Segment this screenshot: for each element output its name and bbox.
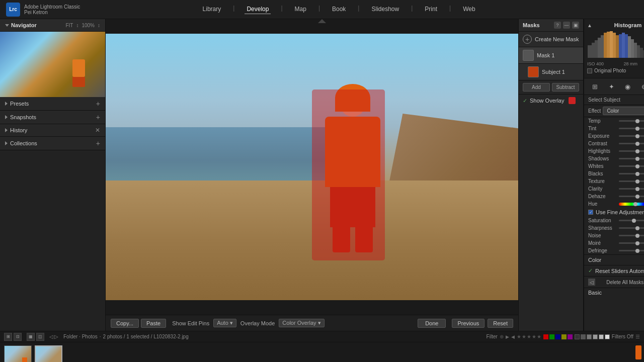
temp-track[interactable] <box>619 120 644 122</box>
hue-track[interactable] <box>619 203 644 206</box>
moire-track[interactable] <box>619 242 644 244</box>
collections-header[interactable]: Collections + <box>0 137 105 150</box>
sharpness-track[interactable] <box>619 227 644 229</box>
create-new-mask-button[interactable]: + Create New Mask <box>519 32 583 47</box>
filmstrip-icon2[interactable]: ◫ <box>36 333 44 341</box>
masking-tool[interactable]: ◉ <box>622 81 633 92</box>
collections-add-icon[interactable]: + <box>96 139 100 147</box>
masks-info-icon[interactable]: ? <box>554 22 561 29</box>
next-photo-icon[interactable]: ▷ <box>54 334 58 339</box>
presets-add-icon[interactable]: + <box>96 100 100 108</box>
history-header[interactable]: History ✕ <box>0 124 105 136</box>
whites-track[interactable] <box>619 165 644 167</box>
tone-icon4[interactable] <box>593 334 598 339</box>
nav-web[interactable]: Web <box>461 5 477 14</box>
sharpness-thumb[interactable] <box>635 226 639 230</box>
texture-thumb[interactable] <box>635 179 639 184</box>
tools-row: ⊞ ✦ ◉ ⊕ ⚙ <box>584 78 644 95</box>
clarity-track[interactable] <box>619 188 644 190</box>
dehaze-thumb[interactable] <box>635 195 639 199</box>
blue-label[interactable] <box>555 334 560 339</box>
nav-develop[interactable]: Develop <box>245 5 271 14</box>
reset-button[interactable]: Reset <box>488 319 513 328</box>
nav-print[interactable]: Print <box>423 5 439 14</box>
noise-track[interactable] <box>619 235 644 236</box>
crop-tool[interactable]: ⊞ <box>589 81 600 92</box>
filmstrip-icon[interactable]: ▦ <box>27 333 35 341</box>
use-fine-adj-checkbox[interactable]: ✓ <box>588 210 593 215</box>
temp-thumb[interactable] <box>635 119 639 123</box>
hue-thumb[interactable] <box>633 202 637 206</box>
masks-minimize-icon[interactable]: — <box>563 22 570 29</box>
red-eye-tool[interactable]: ⊕ <box>639 81 644 92</box>
defringe-track[interactable] <box>619 250 644 251</box>
tint-thumb[interactable] <box>635 127 639 131</box>
previous-button[interactable]: Previous <box>452 319 485 328</box>
add-mask-button[interactable]: Add <box>523 83 550 92</box>
collapse-panel-button[interactable]: ◁ <box>588 279 595 286</box>
done-button[interactable]: Done <box>418 319 446 328</box>
masks-expand-icon[interactable]: ▣ <box>572 22 579 29</box>
defringe-thumb[interactable] <box>635 249 639 253</box>
whites-thumb[interactable] <box>635 164 639 168</box>
exposure-thumb[interactable] <box>635 134 639 138</box>
loupe-view-icon[interactable]: ⊡ <box>14 333 22 341</box>
nav-map[interactable]: Map <box>293 5 308 14</box>
purple-label[interactable] <box>568 334 573 339</box>
contrast-track[interactable] <box>619 143 644 144</box>
tone-icon5[interactable] <box>599 334 604 339</box>
tone-icon1[interactable] <box>575 334 580 339</box>
nav-fit[interactable]: FIT <box>65 23 73 28</box>
shadows-thumb[interactable] <box>635 157 639 161</box>
exposure-track[interactable] <box>619 135 644 137</box>
contrast-thumb[interactable] <box>635 142 639 146</box>
effect-dropdown[interactable]: Color Luminance <box>603 107 644 115</box>
grid-view-icon[interactable]: ⊞ <box>4 333 12 341</box>
saturation-track[interactable] <box>619 220 644 221</box>
clarity-thumb[interactable] <box>635 187 639 191</box>
auto-dropdown[interactable]: Auto ▾ <box>213 319 236 327</box>
yellow-label[interactable] <box>561 334 567 339</box>
tone-icon6[interactable] <box>605 334 610 339</box>
paste-button[interactable]: Paste <box>141 319 166 328</box>
noise-thumb[interactable] <box>635 234 639 238</box>
navigator-thumbnail[interactable] <box>0 32 105 97</box>
copy-button[interactable]: Copy... <box>111 319 139 328</box>
sharpness-label: Sharpness <box>588 225 617 231</box>
snapshots-add-icon[interactable]: + <box>96 113 100 121</box>
filmstrip-thumb-2[interactable] <box>35 345 62 363</box>
overlay-color-indicator[interactable] <box>569 97 576 104</box>
color-overlay-dropdown[interactable]: Color Overlay ▾ <box>279 319 324 327</box>
nav-100[interactable]: 100% <box>82 23 95 28</box>
tone-icon3[interactable] <box>587 334 592 339</box>
nav-library[interactable]: Library <box>201 5 223 14</box>
moire-thumb[interactable] <box>635 241 639 245</box>
red-label[interactable] <box>543 334 548 339</box>
presets-header[interactable]: Presets + <box>0 97 105 110</box>
blacks-track[interactable] <box>619 173 644 174</box>
highlights-track[interactable] <box>619 150 644 152</box>
blacks-thumb[interactable] <box>635 172 639 176</box>
subtract-mask-button[interactable]: Subtract <box>552 83 579 92</box>
dehaze-track[interactable] <box>619 196 644 197</box>
subject-1-item[interactable]: Subject 1 <box>519 64 583 80</box>
green-label[interactable] <box>549 334 554 339</box>
snapshots-header[interactable]: Snapshots + <box>0 111 105 124</box>
original-photo-checkbox[interactable] <box>587 68 592 73</box>
history-close-icon[interactable]: ✕ <box>95 127 100 134</box>
mask-1-item[interactable]: Mask 1 <box>519 47 583 64</box>
nav-slideshow[interactable]: Slideshow <box>369 5 401 14</box>
navigator-collapse-icon[interactable] <box>5 24 9 27</box>
nav-book[interactable]: Book <box>330 5 348 14</box>
highlights-thumb[interactable] <box>635 149 639 153</box>
tone-icon2[interactable] <box>581 334 586 339</box>
heal-tool[interactable]: ✦ <box>606 81 617 92</box>
saturation-thumb[interactable] <box>632 219 636 223</box>
filter-options-icon[interactable]: ☰ <box>635 334 640 339</box>
filmstrip-thumb-1[interactable] <box>4 345 32 363</box>
texture-track[interactable] <box>619 180 644 182</box>
shadows-track[interactable] <box>619 158 644 159</box>
tint-track[interactable] <box>619 128 644 129</box>
prev-photo-icon[interactable]: ◁ <box>49 334 53 339</box>
delete-all-masks-button[interactable]: Delete All Masks <box>606 280 643 285</box>
